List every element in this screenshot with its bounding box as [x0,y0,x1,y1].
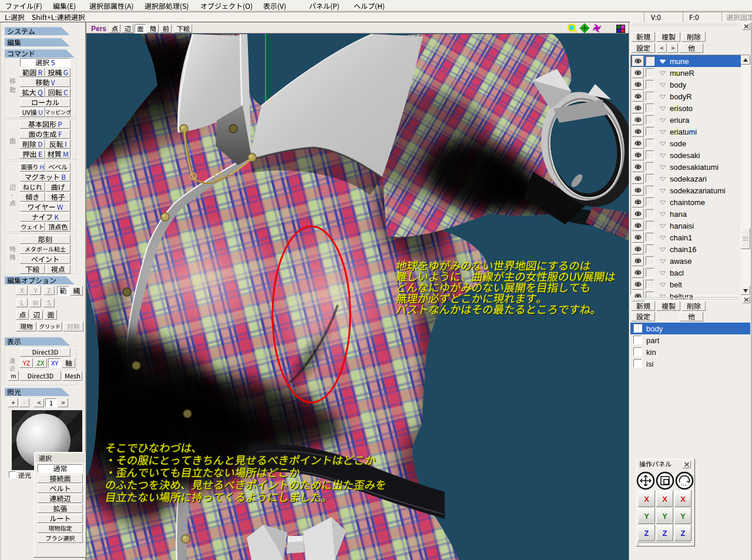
svg-text:bodyR: bodyR [670,92,692,101]
svg-text:part: part [646,336,660,345]
svg-text:belt: belt [670,280,682,289]
svg-text:Y: Y [662,512,667,521]
svg-text:body: body [670,81,687,89]
svg-text:Y: Y [680,512,686,521]
svg-text:chaintome: chaintome [670,198,705,207]
svg-text:erisoto: erisoto [670,104,693,113]
svg-text:Z: Z [644,529,649,538]
svg-text:hana: hana [670,210,687,219]
svg-text:chain16: chain16 [670,245,697,254]
svg-text:mune: mune [670,57,689,66]
svg-text:sode: sode [670,139,686,148]
svg-text:sodesaki: sodesaki [670,151,700,160]
svg-text:sodesakiatumi: sodesakiatumi [670,163,719,172]
svg-text:sodekazari: sodekazari [670,175,707,183]
svg-text:muneR: muneR [670,69,694,78]
svg-text:eriura: eriura [670,116,690,125]
svg-text:Z: Z [663,529,667,538]
svg-text:sodekazariatumi: sodekazariatumi [670,186,726,195]
svg-text:body: body [646,324,663,333]
svg-text:bacl: bacl [670,269,684,277]
svg-text:Y: Y [644,512,649,521]
svg-text:X: X [662,495,667,504]
svg-text:X: X [644,495,649,504]
svg-text:chain1: chain1 [670,233,692,242]
svg-text:X: X [680,495,686,504]
svg-text:hanaisi: hanaisi [670,222,694,230]
svg-text:isi: isi [646,360,653,368]
svg-text:kin: kin [646,348,656,357]
svg-text:awase: awase [670,257,692,266]
svg-text:eriatumi: eriatumi [670,128,697,136]
svg-text:Z: Z [681,529,686,538]
svg-text:Pers: Pers [91,25,106,33]
